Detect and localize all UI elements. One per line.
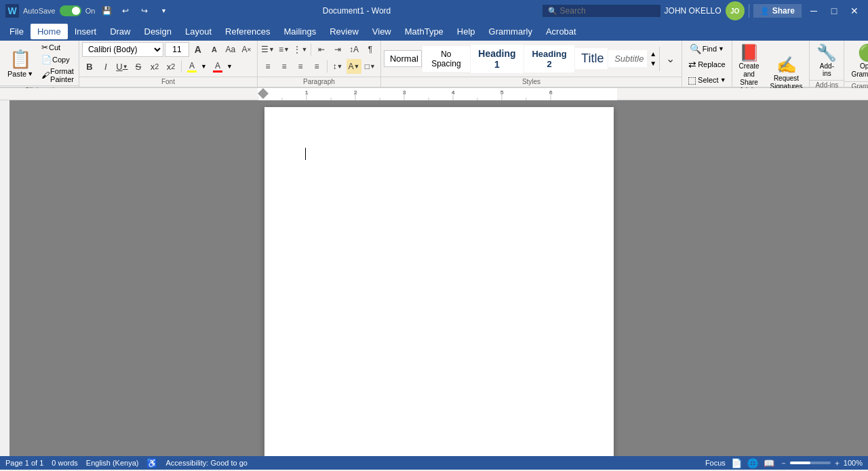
font-color-dropdown[interactable]: ▼ — [226, 63, 235, 70]
font-name-select[interactable]: Calibri (Body) — [82, 42, 163, 57]
view-web-icon[interactable]: 🌐 — [747, 458, 758, 468]
menu-draw[interactable]: Draw — [103, 24, 137, 39]
zoom-slider[interactable] — [790, 462, 831, 464]
line-spacing-button[interactable]: ↕▼ — [330, 59, 345, 74]
style-subtitle[interactable]: Subtitle — [608, 50, 647, 67]
undo-button[interactable]: ↩ — [118, 3, 133, 18]
accessibility-status[interactable]: Accessibility: Good to go — [165, 459, 247, 467]
superscript-button[interactable]: x2 — [163, 59, 178, 74]
style-heading1[interactable]: Heading 1 — [471, 45, 524, 73]
addins-button[interactable]: 🔧 Add-ins — [812, 42, 841, 79]
clear-formatting-button[interactable]: A✕ — [239, 42, 254, 57]
zoom-level[interactable]: 100% — [844, 459, 863, 467]
styles-scroll-down[interactable]: ▼ — [648, 60, 658, 68]
paste-button[interactable]: 📋 Paste ▼ — [3, 42, 38, 84]
font-color-button[interactable]: A — [210, 60, 225, 73]
show-formatting-button[interactable]: ¶ — [363, 42, 378, 57]
style-no-spacing[interactable]: No Spacing — [422, 46, 470, 72]
select-dropdown[interactable]: ▼ — [720, 77, 726, 83]
align-left-button[interactable]: ≡ — [260, 59, 275, 74]
grammarly-label: OpenGrammarly — [851, 62, 868, 79]
strikethrough-button[interactable]: S — [131, 59, 146, 74]
styles-expand-icon: ⌄ — [666, 52, 675, 65]
view-read-icon[interactable]: 📖 — [764, 458, 774, 468]
shading-button[interactable]: A▼ — [347, 59, 361, 74]
redo-button[interactable]: ↪ — [137, 3, 152, 18]
styles-expand-button[interactable]: ⌄ — [661, 52, 679, 65]
minimize-button[interactable]: ─ — [806, 3, 822, 19]
font-size-input[interactable] — [165, 42, 189, 57]
document-page[interactable] — [264, 107, 614, 456]
justify-button[interactable]: ≡ — [309, 59, 324, 74]
view-print-icon[interactable]: 📄 — [731, 458, 742, 468]
align-center-button[interactable]: ≡ — [277, 59, 292, 74]
italic-button[interactable]: I — [98, 59, 113, 74]
focus-label[interactable]: Focus — [705, 459, 726, 467]
main-area — [0, 100, 868, 456]
svg-text:5: 5 — [500, 89, 504, 96]
menu-help[interactable]: Help — [450, 24, 482, 39]
zoom-out-button[interactable]: － — [780, 458, 787, 468]
sort-button[interactable]: ↕A — [347, 42, 361, 57]
paste-dropdown-icon[interactable]: ▼ — [27, 70, 33, 77]
accessibility-icon[interactable]: ♿ — [146, 458, 157, 468]
restore-button[interactable]: □ — [826, 3, 842, 19]
share-button[interactable]: 👤 Share — [753, 4, 802, 18]
bullets-button[interactable]: ☰▼ — [260, 42, 275, 57]
menu-review[interactable]: Review — [323, 24, 366, 39]
request-signatures-button[interactable]: ✍ RequestSignatures — [766, 54, 807, 92]
addins-icon: 🔧 — [816, 43, 837, 62]
highlight-color-button[interactable]: A — [184, 60, 199, 73]
font-shrink-button[interactable]: A — [207, 42, 222, 57]
replace-button[interactable]: ⇄ Replace — [686, 58, 728, 71]
style-normal[interactable]: Normal — [384, 50, 422, 67]
save-button[interactable]: 💾 — [99, 3, 114, 18]
styles-scroll-up[interactable]: ▲ — [648, 50, 658, 58]
multilevel-button[interactable]: ⋮▼ — [293, 42, 308, 57]
replace-label: Replace — [698, 60, 725, 68]
align-right-button[interactable]: ≡ — [293, 59, 308, 74]
cut-button[interactable]: ✂ Cut — [39, 42, 76, 53]
title-bar-right: 🔍 JOHN OKELLO JO 👤 Share ─ □ ✕ — [542, 1, 863, 20]
autosave-toggle[interactable] — [60, 5, 81, 16]
menu-file[interactable]: File — [3, 24, 31, 39]
menu-home[interactable]: Home — [31, 24, 68, 39]
highlight-dropdown[interactable]: ▼ — [201, 63, 209, 70]
menu-mailings[interactable]: Mailings — [277, 24, 323, 39]
style-title[interactable]: Title — [575, 48, 608, 69]
menu-view[interactable]: View — [366, 24, 398, 39]
subscript-button[interactable]: x2 — [147, 59, 162, 74]
menu-design[interactable]: Design — [138, 24, 178, 39]
borders-button[interactable]: □▼ — [363, 59, 378, 74]
open-grammarly-button[interactable]: 🟢 OpenGrammarly — [847, 42, 868, 80]
menu-grammarly[interactable]: Grammarly — [482, 24, 539, 39]
status-right: Focus 📄 🌐 📖 － ＋ 100% — [705, 458, 863, 468]
document-area[interactable] — [9, 100, 868, 456]
user-avatar[interactable]: JO — [726, 1, 745, 20]
select-button[interactable]: ⬚ Select ▼ — [685, 73, 729, 87]
copy-button[interactable]: 📄 Copy — [39, 54, 76, 65]
find-dropdown[interactable]: ▼ — [718, 45, 724, 52]
format-painter-button[interactable]: 🖌 Format Painter — [39, 66, 76, 84]
underline-button[interactable]: U▼ — [115, 59, 130, 74]
copy-label: Copy — [52, 56, 70, 64]
menu-insert[interactable]: Insert — [68, 24, 104, 39]
increase-indent-button[interactable]: ⇥ — [330, 42, 345, 57]
search-input[interactable] — [560, 6, 655, 16]
font-format-row: B I U▼ S x2 x2 A ▼ A ▼ — [82, 59, 235, 74]
menu-references[interactable]: References — [218, 24, 277, 39]
ruler-inner[interactable]: 1 2 3 4 5 6 — [258, 88, 617, 100]
menu-layout[interactable]: Layout — [178, 24, 218, 39]
zoom-in-button[interactable]: ＋ — [833, 458, 841, 468]
font-case-button[interactable]: Aa — [223, 42, 238, 57]
font-grow-button[interactable]: A — [191, 42, 205, 57]
customize-qat-button[interactable]: ▼ — [156, 3, 171, 18]
bold-button[interactable]: B — [82, 59, 97, 74]
close-button[interactable]: ✕ — [846, 3, 863, 19]
menu-mathtype[interactable]: MathType — [398, 24, 450, 39]
find-button[interactable]: 🔍 Find ▼ — [687, 42, 727, 56]
numbering-button[interactable]: ≡▼ — [277, 42, 292, 57]
style-heading2[interactable]: Heading 2 — [524, 45, 574, 73]
decrease-indent-button[interactable]: ⇤ — [314, 42, 329, 57]
menu-acrobat[interactable]: Acrobat — [539, 24, 583, 39]
